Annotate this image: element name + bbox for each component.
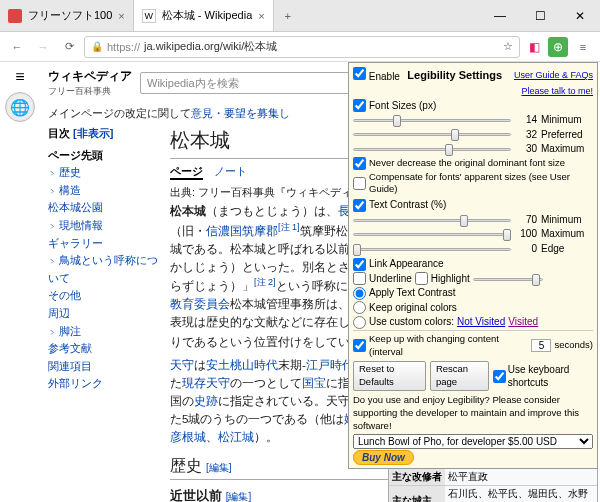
window-controls: ― ☐ ✕ <box>480 0 600 31</box>
toc-item[interactable]: 松本城公園 <box>48 199 158 217</box>
link-slider[interactable] <box>473 273 543 285</box>
toc-item[interactable]: 周辺 <box>48 305 158 323</box>
rescan-button[interactable]: Rescan page <box>430 361 489 391</box>
keep-original-radio[interactable] <box>353 301 366 314</box>
toc-item[interactable]: ﹥現地情報 <box>48 217 158 235</box>
toc-item[interactable]: ﹥鳥城という呼称につ <box>48 252 158 270</box>
tab-title: 松本城 - Wikipedia <box>162 8 252 23</box>
compensate-checkbox[interactable] <box>353 177 366 190</box>
star-icon[interactable]: ☆ <box>503 40 513 53</box>
notice-link[interactable]: 意見・要望を募集し <box>191 107 290 119</box>
donate-text: Do you use and enjoy Legibility? Please … <box>353 394 593 432</box>
brand-subtitle: フリー百科事典 <box>48 85 132 98</box>
enable-checkbox[interactable]: Enable <box>353 67 400 84</box>
address-bar: ← → ⟳ 🔒 https://ja.wikipedia.org/wiki/松本… <box>0 32 600 62</box>
favicon: W <box>142 9 156 23</box>
infobox-row: 主な改修者松平直政 <box>389 469 597 486</box>
close-icon[interactable]: × <box>258 10 264 22</box>
infobox-row: 主な城主石川氏、松平氏、堀田氏、水野氏、松平氏（戸田氏） <box>389 486 597 503</box>
toc-item[interactable]: ギャラリー <box>48 235 158 253</box>
contrast-edge-slider[interactable] <box>353 243 511 255</box>
toc-item[interactable]: 外部リンク <box>48 375 158 393</box>
url-scheme: https:// <box>107 41 140 53</box>
browser-titlebar: フリーソフト100 × W 松本城 - Wikipedia × + ― ☐ ✕ <box>0 0 600 32</box>
section-label: Link Appearance <box>369 257 444 271</box>
reload-icon[interactable]: ⟳ <box>58 36 80 58</box>
extension-icon[interactable]: ◧ <box>524 37 544 57</box>
never-decrease-checkbox[interactable] <box>353 157 366 170</box>
new-tab-button[interactable]: + <box>274 0 302 31</box>
wiki-left-rail: ≡ 🌐 <box>0 62 40 502</box>
min-font-slider[interactable] <box>353 114 511 126</box>
keepup-checkbox[interactable] <box>353 339 366 352</box>
close-button[interactable]: ✕ <box>560 0 600 31</box>
keyboard-shortcuts-checkbox[interactable] <box>493 370 506 383</box>
contrast-min-slider[interactable] <box>353 214 511 226</box>
user-guide-link[interactable]: User Guide & FAQs <box>514 70 593 80</box>
toc-item[interactable]: 関連項目 <box>48 358 158 376</box>
close-icon[interactable]: × <box>118 10 124 22</box>
contrast-max-slider[interactable] <box>353 228 511 240</box>
underline-checkbox[interactable] <box>353 272 366 285</box>
toc-hide[interactable]: [非表示] <box>73 127 113 139</box>
tab-talk[interactable]: ノート <box>214 165 247 177</box>
favicon <box>8 9 22 23</box>
tab-page[interactable]: ページ <box>170 165 203 180</box>
toc-item[interactable]: ﹥構造 <box>48 182 158 200</box>
visited-link[interactable]: Visited <box>508 315 538 329</box>
wiki-brand: ウィキペディア フリー百科事典 <box>48 68 132 98</box>
lock-icon: 🔒 <box>91 41 103 52</box>
section-label: Text Contrast (%) <box>369 198 446 212</box>
donate-section: Do you use and enjoy Legibility? Please … <box>353 394 593 465</box>
toc: 目次 [非表示] ページ先頭﹥歴史﹥構造松本城公園﹥現地情報ギャラリー﹥鳥城とい… <box>48 125 158 502</box>
minimize-button[interactable]: ― <box>480 0 520 31</box>
tab-active[interactable]: W 松本城 - Wikipedia × <box>134 0 274 31</box>
url-text: ja.wikipedia.org/wiki/松本城 <box>144 39 277 54</box>
text-contrast-checkbox[interactable] <box>353 199 366 212</box>
buy-now-button[interactable]: Buy Now <box>353 450 414 465</box>
tab-title: フリーソフト100 <box>28 8 112 23</box>
link-appearance-checkbox[interactable] <box>353 258 366 271</box>
forward-icon[interactable]: → <box>32 36 54 58</box>
legibility-panel: Enable Legibility Settings User Guide & … <box>348 62 598 469</box>
legibility-extension-icon[interactable]: ⊕ <box>548 37 568 57</box>
notice-text: メインページの改定に関して <box>48 107 191 119</box>
talk-link[interactable]: Please talk to me! <box>521 86 593 96</box>
search-placeholder: Wikipedia内を検索 <box>147 76 239 91</box>
panel-title: Legibility Settings <box>407 68 502 83</box>
edit-link[interactable]: [編集] <box>206 462 232 473</box>
hamburger-icon[interactable]: ≡ <box>15 68 24 86</box>
toc-item[interactable]: いて <box>48 270 158 288</box>
max-font-slider[interactable] <box>353 143 511 155</box>
font-sizes-checkbox[interactable] <box>353 99 366 112</box>
toc-item[interactable]: 参考文献 <box>48 340 158 358</box>
apply-contrast-radio[interactable] <box>353 287 366 300</box>
toc-item[interactable]: ページ先頭 <box>48 147 158 165</box>
toc-item[interactable]: ﹥脚注 <box>48 323 158 341</box>
brand-title: ウィキペディア <box>48 68 132 85</box>
pref-font-slider[interactable] <box>353 128 511 140</box>
url-input[interactable]: 🔒 https://ja.wikipedia.org/wiki/松本城 ☆ <box>84 36 520 58</box>
wikipedia-logo[interactable]: 🌐 <box>5 92 35 122</box>
maximize-button[interactable]: ☐ <box>520 0 560 31</box>
edit-link[interactable]: [編集] <box>226 491 252 502</box>
reset-defaults-button[interactable]: Reset to Defaults <box>353 361 426 391</box>
custom-colors-radio[interactable] <box>353 316 366 329</box>
toc-item[interactable]: その他 <box>48 287 158 305</box>
tab-inactive[interactable]: フリーソフト100 × <box>0 0 134 31</box>
back-icon[interactable]: ← <box>6 36 28 58</box>
section-label: Font Sizes (px) <box>369 99 436 113</box>
menu-icon[interactable]: ≡ <box>572 36 594 58</box>
toc-title: 目次 [非表示] <box>48 125 158 143</box>
highlight-checkbox[interactable] <box>415 272 428 285</box>
interval-input[interactable] <box>531 339 551 352</box>
not-visited-link[interactable]: Not Visited <box>457 315 505 329</box>
donate-select[interactable]: Lunch Bowl of Pho, for developer $5.00 U… <box>353 434 593 449</box>
toc-item[interactable]: ﹥歴史 <box>48 164 158 182</box>
